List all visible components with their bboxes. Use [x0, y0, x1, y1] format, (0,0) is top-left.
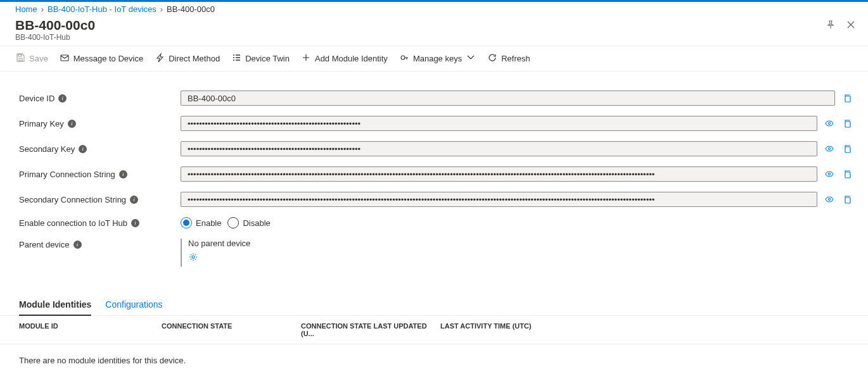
- direct-method-button[interactable]: Direct Method: [155, 53, 220, 65]
- info-icon[interactable]: i: [119, 170, 127, 178]
- label-parent-device: Parent device: [19, 240, 70, 249]
- col-module-id: MODULE ID: [19, 322, 162, 337]
- info-icon[interactable]: i: [130, 196, 138, 204]
- gear-icon: [188, 254, 198, 264]
- key-icon: [399, 53, 409, 65]
- copy-secondary-conn-button[interactable]: [841, 194, 853, 205]
- secondary-conn-field[interactable]: [181, 192, 817, 207]
- label-primary-conn: Primary Connection String: [19, 170, 115, 179]
- info-icon[interactable]: i: [73, 241, 82, 249]
- page-header: BB-400-00c0 BB-400-IoT-Hub: [0, 16, 868, 46]
- radio-enable[interactable]: Enable: [181, 217, 221, 228]
- page-title: BB-400-00c0: [15, 18, 853, 33]
- copy-secondary-key-button[interactable]: [841, 143, 853, 154]
- col-connection-updated: CONNECTION STATE LAST UPDATED (U...: [301, 322, 440, 337]
- col-last-activity: LAST ACTIVITY TIME (UTC): [440, 322, 580, 337]
- lower-tabs: Module Identities Configurations: [0, 283, 868, 316]
- row-primary-conn: Primary Connection String i: [19, 166, 853, 182]
- addmodule-label: Add Module Identity: [315, 54, 388, 63]
- mail-icon: [60, 53, 70, 65]
- pin-button[interactable]: [825, 19, 836, 30]
- row-secondary-conn: Secondary Connection String i: [19, 192, 853, 207]
- info-icon[interactable]: i: [79, 145, 87, 153]
- direct-label: Direct Method: [169, 54, 220, 63]
- reveal-primary-conn-button[interactable]: [824, 168, 835, 180]
- device-form: Device ID i Primary Key i Secondary Key …: [0, 72, 868, 283]
- row-primary-key: Primary Key i: [19, 116, 853, 131]
- primary-key-field[interactable]: [181, 116, 817, 131]
- breadcrumb-current: BB-400-00c0: [167, 4, 215, 14]
- device-id-field[interactable]: [181, 91, 835, 106]
- manage-keys-button[interactable]: Manage keys: [399, 53, 476, 65]
- module-table-header: MODULE ID CONNECTION STATE CONNECTION ST…: [0, 316, 868, 344]
- label-secondary-conn: Secondary Connection String: [19, 195, 126, 204]
- reveal-primary-key-button[interactable]: [824, 118, 835, 129]
- reveal-secondary-key-button[interactable]: [824, 143, 835, 154]
- page-subtitle: BB-400-IoT-Hub: [15, 33, 853, 42]
- info-icon[interactable]: i: [68, 120, 76, 128]
- breadcrumb-home[interactable]: Home: [15, 4, 37, 14]
- save-icon: [15, 53, 25, 65]
- row-device-id: Device ID i: [19, 91, 853, 106]
- label-primary-key: Primary Key: [19, 119, 64, 128]
- breadcrumb-sep: ›: [160, 4, 163, 14]
- radio-disable[interactable]: Disable: [227, 217, 270, 228]
- save-button[interactable]: Save: [15, 53, 48, 65]
- save-label: Save: [29, 54, 48, 63]
- breadcrumb-hub[interactable]: BB-400-IoT-Hub - IoT devices: [48, 4, 156, 14]
- copy-primary-key-button[interactable]: [841, 118, 853, 129]
- refresh-label: Refresh: [501, 54, 530, 63]
- label-secondary-key: Secondary Key: [19, 144, 75, 154]
- breadcrumb: Home › BB-400-IoT-Hub - IoT devices › BB…: [0, 2, 868, 16]
- device-twin-button[interactable]: Device Twin: [231, 53, 290, 65]
- info-icon[interactable]: i: [58, 94, 67, 103]
- row-parent-device: Parent device i No parent device: [19, 239, 853, 266]
- copy-device-id-button[interactable]: [841, 92, 853, 104]
- message-label: Message to Device: [73, 54, 144, 63]
- reveal-secondary-conn-button[interactable]: [824, 194, 835, 205]
- radio-circle-icon: [181, 217, 192, 228]
- copy-primary-conn-button[interactable]: [841, 168, 853, 180]
- row-enable-conn: Enable connection to IoT Hub i Enable Di…: [19, 217, 853, 228]
- secondary-key-field[interactable]: [181, 141, 817, 156]
- twin-label: Device Twin: [245, 54, 290, 63]
- chevron-down-icon: [466, 53, 476, 65]
- tab-module-identities[interactable]: Module Identities: [19, 296, 91, 316]
- plus-icon: [301, 53, 311, 65]
- row-secondary-key: Secondary Key i: [19, 141, 853, 156]
- refresh-icon: [487, 53, 497, 65]
- parent-device-text: No parent device: [188, 239, 250, 248]
- primary-conn-field[interactable]: [181, 166, 817, 182]
- keys-label: Manage keys: [413, 54, 462, 63]
- list-icon: [231, 53, 241, 65]
- label-device-id: Device ID: [19, 94, 54, 103]
- col-connection-state: CONNECTION STATE: [162, 322, 301, 337]
- module-table-empty: There are no module identities for this …: [0, 344, 868, 369]
- label-enable-conn: Enable connection to IoT Hub: [19, 218, 127, 228]
- info-icon[interactable]: i: [131, 219, 139, 227]
- radio-circle-icon: [227, 217, 239, 228]
- tab-configurations[interactable]: Configurations: [105, 296, 162, 315]
- refresh-button[interactable]: Refresh: [487, 53, 530, 65]
- command-bar: Save Message to Device Direct Method Dev…: [0, 46, 868, 72]
- close-button[interactable]: [845, 19, 857, 30]
- lightning-icon: [155, 53, 165, 65]
- breadcrumb-sep: ›: [41, 4, 44, 14]
- message-to-device-button[interactable]: Message to Device: [60, 53, 144, 65]
- radio-enable-label: Enable: [196, 218, 221, 228]
- add-module-identity-button[interactable]: Add Module Identity: [301, 53, 388, 65]
- configure-parent-button[interactable]: [188, 252, 250, 264]
- radio-disable-label: Disable: [243, 218, 270, 228]
